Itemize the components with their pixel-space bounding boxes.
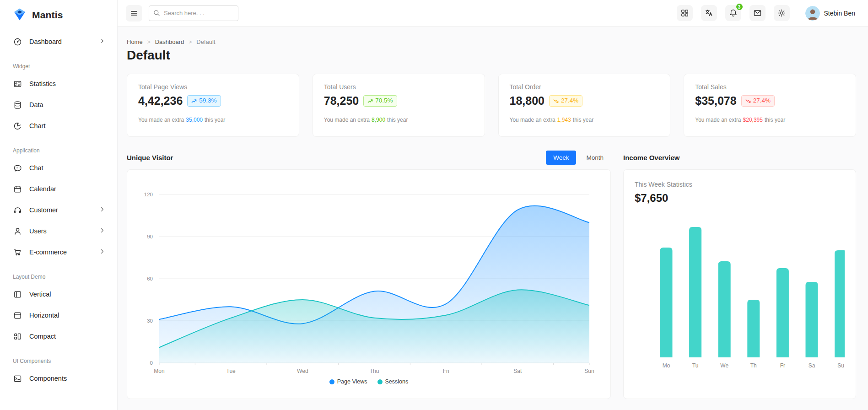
svg-text:Tue: Tue	[226, 368, 236, 374]
mantis-logo-icon	[13, 7, 27, 23]
user-profile-button[interactable]: Stebin Ben	[803, 4, 858, 22]
svg-text:Tu: Tu	[692, 362, 699, 369]
week-button[interactable]: Week	[546, 151, 576, 165]
main-content: Home > Dashboard > Default Default Total…	[118, 27, 868, 410]
chevron-right-icon	[99, 227, 105, 235]
search-input[interactable]	[149, 5, 238, 21]
stat-footnote: You made an extra$20,395this year	[695, 117, 845, 123]
brand-name: Mantis	[32, 10, 63, 21]
shopping-cart-icon	[13, 248, 22, 257]
stat-footnote: You made an extra8,900this year	[324, 117, 474, 123]
income-bar-chart[interactable]: MoTuWeThFrSaSu	[635, 210, 845, 380]
sidebar-item-users[interactable]: Users	[5, 221, 113, 242]
legend-dot-page-views	[329, 379, 334, 384]
breadcrumb-dashboard[interactable]: Dashboard	[155, 38, 184, 45]
income-value: $7,650	[635, 192, 845, 205]
trend-badge: 27.4%	[549, 95, 582, 106]
chevron-right-icon	[99, 206, 105, 214]
bell-icon	[729, 9, 738, 17]
sidebar-item-components[interactable]: Components	[5, 368, 113, 389]
breadcrumb-separator: >	[189, 39, 192, 45]
dashboard-icon	[13, 37, 22, 46]
menu-toggle-button[interactable]	[126, 5, 142, 22]
income-overview-card: This Week Statistics $7,650 MoTuWeThFrSa…	[623, 169, 856, 399]
database-icon	[13, 100, 22, 109]
svg-text:90: 90	[147, 234, 153, 239]
sidebar-item-compact[interactable]: Compact	[5, 326, 113, 347]
settings-button[interactable]	[774, 5, 790, 21]
stat-card-total-sales: Total Sales $35,078 27.4% You made an ex…	[684, 74, 856, 137]
user-icon	[13, 227, 22, 236]
gear-icon	[777, 9, 786, 17]
breadcrumb: Home > Dashboard > Default	[127, 38, 856, 45]
avatar	[805, 6, 820, 21]
sidebar-item-statistics[interactable]: Statistics	[5, 73, 113, 94]
trend-badge: 70.5%	[363, 95, 397, 106]
svg-text:Wed: Wed	[297, 368, 308, 374]
sidebar-item-customer[interactable]: Customer	[5, 200, 113, 221]
svg-text:Sat: Sat	[513, 368, 522, 374]
hamburger-icon	[130, 9, 138, 17]
notification-badge: 3	[736, 3, 743, 11]
trend-up-icon	[191, 98, 197, 104]
legend-dot-sessions	[377, 379, 383, 384]
breadcrumb-home[interactable]: Home	[127, 38, 143, 45]
unique-visitor-area-chart[interactable]: 1209060300MonTueWedThuFriSatSun	[127, 170, 610, 378]
page-title: Default	[127, 48, 856, 63]
sidebar-item-dashboard[interactable]: Dashboard	[5, 31, 113, 52]
unique-visitor-chart-card: 1209060300MonTueWedThuFriSatSun Page Vie…	[127, 169, 611, 399]
search-icon	[153, 9, 161, 19]
notifications-button[interactable]: 3	[725, 5, 741, 21]
svg-text:Fr: Fr	[780, 362, 785, 369]
sidebar-item-vertical[interactable]: Vertical	[5, 284, 113, 305]
nav-section-application: Application	[5, 136, 113, 157]
translate-icon	[705, 9, 713, 17]
calendar-icon	[13, 184, 22, 194]
sidebar-nav: Dashboard Widget Statistics Data	[0, 29, 117, 389]
trend-down-icon	[553, 98, 559, 104]
sidebar-item-horizontal[interactable]: Horizontal	[5, 305, 113, 326]
svg-text:Sa: Sa	[809, 362, 815, 369]
trend-up-icon	[367, 98, 373, 104]
stat-footnote: You made an extra35,000this year	[138, 117, 288, 123]
stat-footnote: You made an extra1,943this year	[510, 117, 659, 123]
sidebar-item-ecommerce[interactable]: E-commerce	[5, 242, 113, 263]
stat-value: 4,42,236	[138, 94, 183, 108]
svg-text:Sun: Sun	[584, 368, 594, 374]
svg-text:Th: Th	[750, 362, 757, 369]
nav-section-layout-demo: Layout Demo	[5, 263, 113, 284]
income-overview-title: Income Overview	[623, 154, 856, 162]
legend-page-views[interactable]: Page Views	[329, 378, 367, 385]
sidebar-item-data[interactable]: Data	[5, 94, 113, 115]
nav-section-ui-components: UI Components	[5, 347, 113, 368]
user-name: Stebin Ben	[824, 10, 856, 17]
unique-visitor-title: Unique Visitor	[127, 154, 173, 162]
sidebar-item-calendar[interactable]: Calendar	[5, 178, 113, 200]
stat-cards-row: Total Page Views 4,42,236 59.3% You made…	[127, 74, 856, 137]
apps-grid-button[interactable]	[677, 5, 693, 21]
chevron-right-icon	[99, 38, 105, 46]
terminal-icon	[13, 374, 22, 383]
stat-value: 18,800	[510, 94, 545, 108]
breadcrumb-current: Default	[196, 38, 215, 45]
layout-horizontal-icon	[13, 311, 22, 320]
stat-card-total-page-views: Total Page Views 4,42,236 59.3% You made…	[127, 74, 299, 137]
sidebar-item-chat[interactable]: Chat	[5, 157, 113, 178]
app-root: Mantis Dashboard Widget Statistics	[0, 0, 868, 410]
mail-icon	[753, 9, 762, 17]
trend-badge: 59.3%	[187, 95, 221, 106]
search-box	[149, 5, 238, 21]
month-button[interactable]: Month	[579, 151, 611, 165]
stat-card-total-order: Total Order 18,800 27.4% You made an ext…	[498, 74, 671, 137]
trend-badge: 27.4%	[741, 95, 775, 106]
translate-button[interactable]	[701, 5, 717, 21]
apps-grid-icon	[680, 9, 689, 17]
legend-sessions[interactable]: Sessions	[377, 378, 409, 385]
brand-logo[interactable]: Mantis	[0, 0, 117, 29]
period-toggle: Week Month	[546, 151, 611, 165]
pie-chart-icon	[13, 121, 22, 130]
svg-text:Thu: Thu	[370, 368, 379, 374]
chat-icon	[13, 163, 22, 173]
sidebar-item-chart[interactable]: Chart	[5, 115, 113, 136]
messages-button[interactable]	[749, 5, 766, 21]
